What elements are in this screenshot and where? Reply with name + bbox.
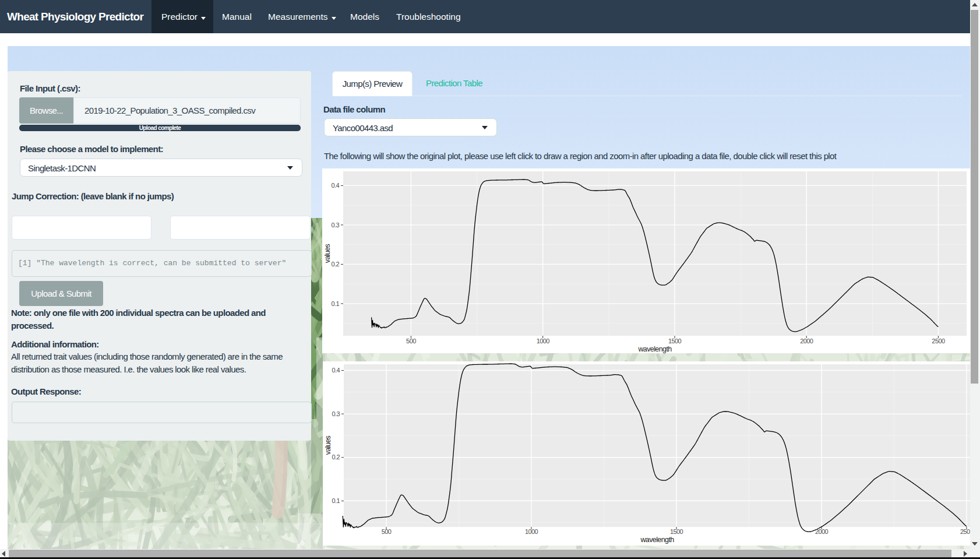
svg-text:500: 500 xyxy=(382,528,392,535)
svg-text:0.3: 0.3 xyxy=(332,410,340,417)
svg-text:0.3: 0.3 xyxy=(332,222,340,228)
svg-text:500: 500 xyxy=(406,337,416,344)
svg-text:1000: 1000 xyxy=(525,528,538,535)
svg-text:1000: 1000 xyxy=(537,337,550,344)
svg-text:2000: 2000 xyxy=(800,337,813,344)
svg-text:wavelength: wavelength xyxy=(637,345,672,353)
svg-text:2000: 2000 xyxy=(815,528,829,535)
svg-text:2500: 2500 xyxy=(932,337,945,344)
svg-text:values: values xyxy=(323,244,332,263)
svg-text:2500: 2500 xyxy=(960,528,970,535)
svg-text:0.4: 0.4 xyxy=(332,367,340,374)
svg-text:0.1: 0.1 xyxy=(332,300,340,307)
svg-text:0.1: 0.1 xyxy=(332,497,340,504)
svg-text:wavelength: wavelength xyxy=(640,536,674,544)
svg-text:values: values xyxy=(324,435,332,455)
svg-text:0.2: 0.2 xyxy=(332,261,340,268)
svg-text:0.4: 0.4 xyxy=(332,182,340,189)
svg-text:1500: 1500 xyxy=(668,337,682,344)
svg-text:1500: 1500 xyxy=(670,528,683,535)
svg-text:0.2: 0.2 xyxy=(332,453,340,460)
